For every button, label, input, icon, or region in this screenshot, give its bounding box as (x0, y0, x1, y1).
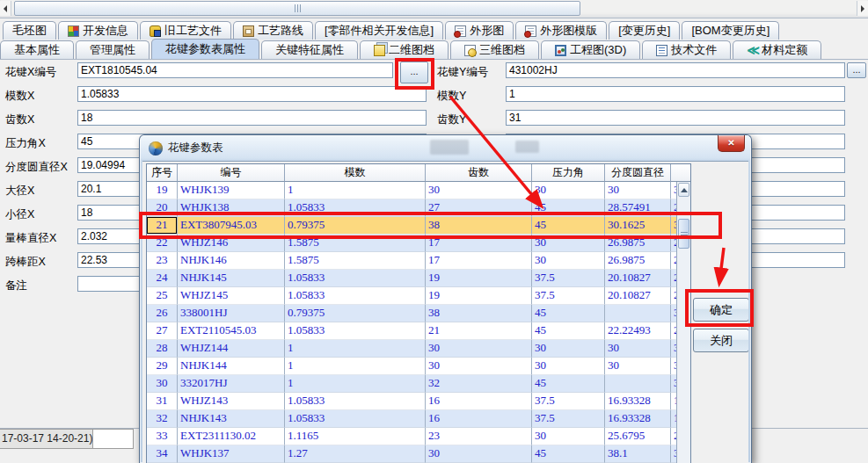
grid-scrollbar-thumb[interactable] (678, 219, 689, 249)
top-horizontal-scrollbar[interactable] (0, 0, 868, 18)
prop-tab-1[interactable]: 基本属性 (0, 40, 74, 59)
field-input[interactable]: 1 (506, 86, 845, 102)
cell-pitch_dia: 30 (605, 340, 671, 358)
browse-button[interactable]: ... (400, 61, 428, 83)
cell-code: EXT2311130.02 (178, 428, 285, 445)
spline-parameter-grid: 序号编号模数齿数压力角分度圆直径 19WHJK1391303030320WHJK… (146, 163, 691, 463)
grid-row[interactable]: 27EXT2110545.031.05833214522.224932 (147, 322, 690, 340)
prop-tab-9[interactable]: 材料定额 (733, 40, 821, 59)
top-tab-3[interactable]: 旧工艺文件 (140, 21, 231, 40)
page-red-icon (455, 25, 466, 37)
cell-pitch_dia (605, 305, 671, 322)
prop-tab-4[interactable]: 关键特征属性 (261, 40, 358, 59)
scroll-left-arrow-icon[interactable] (0, 1, 11, 16)
cell-module: 1.05833 (285, 270, 426, 287)
field-label: 模数X (5, 89, 34, 104)
grid-header-row: 序号编号模数齿数压力角分度圆直径 (147, 164, 690, 182)
top-tab-8[interactable]: [变更历史] (609, 21, 680, 40)
grid-row[interactable]: 26338001HJ0.7937538453 (147, 305, 690, 322)
cell-pressure_angle: 30 (532, 340, 605, 358)
grid-vertical-scrollbar[interactable] (676, 182, 690, 463)
grid-row[interactable]: 32NHJK1431.058331637.516.933281 (147, 410, 690, 428)
top-tab-7[interactable]: 外形图模版 (515, 21, 607, 40)
cell-teeth: 27 (426, 199, 532, 217)
field-input[interactable]: 31 (506, 110, 845, 126)
field-label: 量棒直径X (5, 231, 56, 246)
cell-module: 1.05833 (285, 287, 426, 305)
grid-row[interactable]: 31WHJZ1431.058331637.516.933281 (147, 393, 690, 410)
prop-tab-5[interactable]: 二维图档 (360, 40, 449, 59)
column-header[interactable]: 模数 (285, 164, 426, 182)
cell-pressure_angle: 30 (532, 358, 605, 375)
top-tab-1[interactable]: 毛坯图 (3, 21, 56, 40)
field-label: 备注 (5, 279, 27, 293)
tab-label: 工程图(3D) (570, 42, 626, 58)
cell-module: 1 (285, 358, 426, 375)
grid-row[interactable]: 19WHJK13913030303 (147, 182, 690, 199)
top-tab-2[interactable]: 开发信息 (58, 21, 138, 40)
cell-seq: 19 (147, 182, 178, 199)
grid-row[interactable]: 33EXT2311130.021.1165233025.67952 (147, 428, 690, 445)
column-header[interactable]: 序号 (147, 164, 178, 182)
cell-seq: 33 (147, 428, 178, 445)
field-label: 小径X (5, 207, 34, 222)
cell-teeth: 30 (426, 340, 532, 358)
top-tab-6[interactable]: 外形图 (445, 21, 514, 40)
cell-teeth: 30 (426, 445, 532, 463)
grid-row[interactable]: 34WHJK1371.27304538.13 (147, 445, 690, 463)
grid-row[interactable]: 22WHJZ1461.5875173026.98752 (147, 235, 690, 252)
prop-tab-8[interactable]: 技术文件 (642, 40, 731, 59)
cell-pressure_angle: 45 (532, 375, 605, 393)
dialog-titlebar[interactable]: 花键参数表 ✕ (140, 135, 751, 161)
cell-pressure_angle: 37.5 (532, 393, 605, 410)
scroll-up-arrow-icon[interactable] (678, 183, 689, 197)
scrollbar-thumb[interactable] (14, 1, 580, 16)
column-header[interactable]: 压力角 (532, 164, 605, 182)
field-input[interactable]: EXT1810545.04 (77, 62, 393, 78)
cell-code: NHJK143 (178, 410, 285, 428)
grid-row[interactable]: 25WHJZ1451.058331937.520.108272 (147, 287, 690, 305)
top-tab-9[interactable]: [BOM变更历史] (682, 21, 779, 40)
ok-button[interactable]: 确定 (693, 298, 748, 322)
cell-teeth: 30 (426, 182, 532, 199)
cell-teeth: 23 (426, 428, 532, 445)
cell-module: 1.5875 (285, 235, 426, 252)
cell-seq: 20 (147, 199, 178, 217)
prop-tab-6[interactable]: 三维图档 (450, 40, 539, 59)
column-header[interactable]: 分度圆直径 (605, 164, 671, 182)
tab-strip-properties: 基本属性管理属性花键参数表属性关键特征属性二维图档三维图档工程图(3D)技术文件… (0, 40, 868, 60)
grid-row[interactable]: 30332017HJ132453 (147, 375, 690, 393)
pages-yellow-icon (374, 45, 385, 56)
tab-label: 花键参数表属性 (165, 41, 245, 57)
top-tab-4[interactable]: 工艺路线 (233, 21, 313, 40)
cell-seq: 21 (147, 217, 178, 235)
close-button[interactable]: 关闭 (693, 329, 748, 352)
field-input[interactable]: 1.05833 (77, 86, 427, 102)
page-ball-icon (464, 45, 476, 56)
tab-label: 材料定额 (762, 42, 807, 58)
grid-row[interactable]: 29NHJK14413030303 (147, 358, 690, 375)
field-label: 模数Y (437, 89, 466, 104)
prop-tab-2[interactable]: 管理属性 (76, 40, 150, 59)
clipboard-icon (243, 25, 254, 37)
cell-module: 0.79375 (285, 217, 426, 235)
cell-pitch_dia: 16.93328 (605, 393, 671, 410)
field-input[interactable]: 431002HJ (506, 62, 845, 78)
grid-row[interactable]: 24NHJK1451.058331937.520.108272 (147, 270, 690, 287)
scroll-right-arrow-icon[interactable] (857, 1, 868, 16)
top-tab-5[interactable]: [零部件相关开发信息] (315, 21, 443, 40)
column-header[interactable]: 编号 (178, 164, 285, 182)
grid-row[interactable]: 20WHJK1381.05833274528.574912 (147, 199, 690, 217)
dialog-close-icon[interactable]: ✕ (718, 135, 745, 152)
cell-teeth: 17 (426, 235, 532, 252)
cell-module: 1.05833 (285, 410, 426, 428)
grid-row-selected[interactable]: 21EXT3807945.030.79375384530.16253 (147, 217, 690, 235)
cell-pitch_dia: 28.57491 (605, 199, 671, 217)
prop-tab-7[interactable]: 工程图(3D) (541, 40, 640, 59)
prop-tab-3[interactable]: 花键参数表属性 (151, 39, 259, 59)
field-input[interactable]: 18 (77, 110, 427, 126)
column-header[interactable]: 齿数 (426, 164, 532, 182)
grid-row[interactable]: 23NHJK1461.5875173026.98752 (147, 252, 690, 270)
browse-button[interactable]: ... (847, 62, 866, 78)
grid-row[interactable]: 28WHJZ14413030303 (147, 340, 690, 358)
